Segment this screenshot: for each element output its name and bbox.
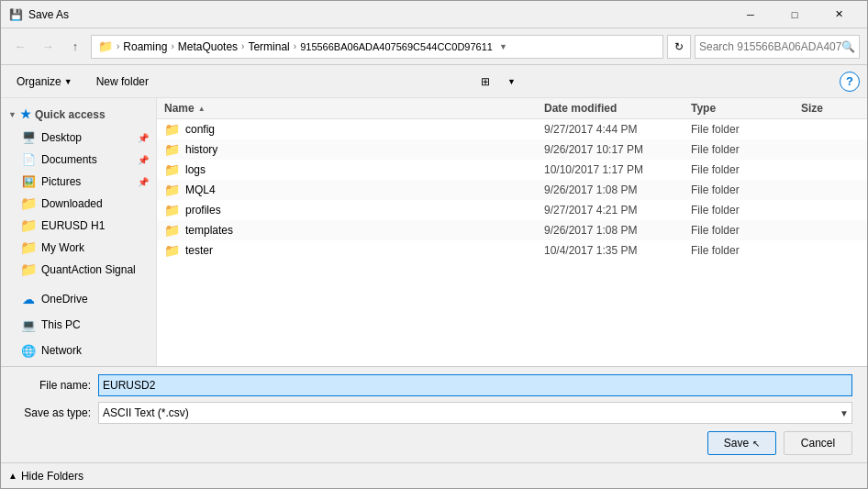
file-name-cell: 📁 history xyxy=(157,142,537,157)
table-row[interactable]: 📁 config 9/27/2017 4:44 PM File folder xyxy=(157,119,867,139)
file-name-cell: 📁 profiles xyxy=(157,203,537,217)
hide-folders-bar[interactable]: ▲ Hide Folders xyxy=(1,462,867,488)
table-row[interactable]: 📁 MQL4 9/26/2017 1:08 PM File folder xyxy=(157,180,867,200)
column-header-name[interactable]: Name ▲ xyxy=(157,102,537,115)
title-bar-controls: ─ □ ✕ xyxy=(729,1,860,28)
file-type-cell: File folder xyxy=(684,204,794,217)
sort-arrow-icon: ▲ xyxy=(198,105,206,113)
save-cursor-icon: ↖ xyxy=(752,439,760,449)
file-list: Name ▲ Date modified Type Size 📁 config xyxy=(157,98,867,366)
column-header-type[interactable]: Type xyxy=(684,102,794,115)
address-bar: ← → ↑ 📁 › Roaming › MetaQuotes › Termina… xyxy=(1,28,867,65)
view-dropdown-button[interactable]: ▼ xyxy=(499,70,524,94)
save-as-type-select[interactable]: ASCII Text (*.csv) CSV (*.csv) Text (*.t… xyxy=(98,402,852,424)
refresh-button[interactable]: ↻ xyxy=(667,35,691,59)
file-date-cell: 10/10/2017 1:17 PM xyxy=(537,163,684,176)
back-button[interactable]: ← xyxy=(8,35,32,59)
pin-icon-docs: 📌 xyxy=(138,155,149,165)
main-content: ▼ ★ Quick access 🖥️ Desktop 📌 📄 Document… xyxy=(1,98,867,366)
pin-icon-pics: 📌 xyxy=(138,177,149,187)
file-type-cell: File folder xyxy=(684,244,794,257)
sidebar-item-desktop[interactable]: 🖥️ Desktop 📌 xyxy=(1,127,156,149)
path-segment-terminal[interactable]: Terminal xyxy=(245,36,292,58)
hide-folders-chevron-icon: ▲ xyxy=(8,471,17,481)
folder-icon: 📁 xyxy=(164,142,180,157)
file-date-cell: 10/4/2017 1:35 PM xyxy=(537,244,684,257)
title-bar-icon: 💾 xyxy=(8,7,23,22)
view-icon: ⊞ xyxy=(481,75,490,88)
save-as-type-row: Save as type: ASCII Text (*.csv) CSV (*.… xyxy=(16,402,852,424)
file-name-cell: 📁 MQL4 xyxy=(157,183,537,197)
file-name-cell: 📁 config xyxy=(157,122,537,137)
view-button[interactable]: ⊞ xyxy=(473,70,498,94)
sidebar-item-this-pc[interactable]: 💻 This PC xyxy=(1,314,156,336)
file-name-text: templates xyxy=(185,224,233,237)
sidebar-item-documents[interactable]: 📄 Documents 📌 xyxy=(1,149,156,171)
file-date-cell: 9/27/2017 4:21 PM xyxy=(537,204,684,217)
sidebar-item-eurusd-h1[interactable]: 📁 EURUSD H1 xyxy=(1,215,156,237)
file-name-text: tester xyxy=(185,244,213,257)
path-segment-hash[interactable]: 915566BA06ADA407569C544CC0D97611 xyxy=(297,36,495,58)
file-rows-container: 📁 config 9/27/2017 4:44 PM File folder 📁… xyxy=(157,119,867,261)
folder-icon: 📁 xyxy=(164,162,180,177)
path-segment-roaming[interactable]: Roaming xyxy=(120,36,170,58)
file-name-text: history xyxy=(185,143,217,156)
minimize-button[interactable]: ─ xyxy=(729,1,772,28)
save-as-type-wrapper: ASCII Text (*.csv) CSV (*.csv) Text (*.t… xyxy=(98,402,852,424)
file-type-cell: File folder xyxy=(684,224,794,237)
new-folder-button[interactable]: New folder xyxy=(88,70,157,94)
up-button[interactable]: ↑ xyxy=(63,35,87,59)
pictures-icon: 🖼️ xyxy=(21,174,36,189)
desktop-icon: 🖥️ xyxy=(21,130,36,145)
help-button[interactable]: ? xyxy=(840,72,860,92)
table-row[interactable]: 📁 history 9/26/2017 10:17 PM File folder xyxy=(157,139,867,160)
quick-access-chevron-icon: ▼ xyxy=(8,110,17,119)
file-name-input[interactable] xyxy=(98,374,852,396)
save-button[interactable]: Save ↖ xyxy=(707,431,776,455)
downloaded-folder-icon: 📁 xyxy=(21,196,36,211)
folder-icon: 📁 xyxy=(164,203,180,217)
table-row[interactable]: 📁 logs 10/10/2017 1:17 PM File folder xyxy=(157,160,867,180)
file-name-text: MQL4 xyxy=(185,183,216,196)
table-row[interactable]: 📁 tester 10/4/2017 1:35 PM File folder xyxy=(157,240,867,261)
file-name-text: profiles xyxy=(185,204,221,217)
sidebar-item-network[interactable]: 🌐 Network xyxy=(1,339,156,361)
view-controls: ⊞ ▼ xyxy=(473,70,524,94)
quick-access-header[interactable]: ▼ ★ Quick access xyxy=(1,102,156,127)
forward-button[interactable]: → xyxy=(36,35,60,59)
table-row[interactable]: 📁 profiles 9/27/2017 4:21 PM File folder xyxy=(157,200,867,220)
sidebar-item-quantaction[interactable]: 📁 QuantAction Signal xyxy=(1,259,156,281)
maximize-button[interactable]: □ xyxy=(773,1,816,28)
sidebar-item-downloaded[interactable]: 📁 Downloaded xyxy=(1,193,156,215)
path-segment-folder-icon[interactable]: 📁 xyxy=(95,36,116,58)
quantaction-folder-icon: 📁 xyxy=(21,262,36,277)
file-type-cell: File folder xyxy=(684,123,794,136)
path-dropdown-arrow[interactable]: ▼ xyxy=(499,42,507,51)
mywork-folder-icon: 📁 xyxy=(21,240,36,255)
title-bar: 💾 Save As ─ □ ✕ xyxy=(1,1,867,28)
cancel-button[interactable]: Cancel xyxy=(784,431,852,455)
network-icon: 🌐 xyxy=(21,343,36,358)
file-type-cell: File folder xyxy=(684,183,794,196)
folder-icon: 📁 xyxy=(164,183,180,197)
organize-button[interactable]: Organize ▼ xyxy=(8,70,81,94)
search-input[interactable] xyxy=(699,40,841,53)
sidebar-item-pictures[interactable]: 🖼️ Pictures 📌 xyxy=(1,171,156,193)
file-name-text: config xyxy=(185,123,215,136)
sidebar: ▼ ★ Quick access 🖥️ Desktop 📌 📄 Document… xyxy=(1,98,157,366)
view-dropdown-arrow: ▼ xyxy=(507,77,516,86)
sidebar-item-my-work[interactable]: 📁 My Work xyxy=(1,237,156,259)
file-name-cell: 📁 templates xyxy=(157,223,537,238)
organize-chevron-icon: ▼ xyxy=(64,77,72,86)
close-button[interactable]: ✕ xyxy=(818,1,860,28)
column-header-date[interactable]: Date modified xyxy=(537,102,684,115)
table-row[interactable]: 📁 templates 9/26/2017 1:08 PM File folde… xyxy=(157,220,867,240)
address-path: 📁 › Roaming › MetaQuotes › Terminal › 91… xyxy=(91,35,663,59)
pin-icon: 📌 xyxy=(138,133,149,143)
title-bar-title: Save As xyxy=(28,8,729,21)
path-segment-metaquotes[interactable]: MetaQuotes xyxy=(175,36,240,58)
sidebar-item-onedrive[interactable]: ☁ OneDrive xyxy=(1,288,156,310)
folder-icon: 📁 xyxy=(164,122,180,137)
column-header-size[interactable]: Size xyxy=(794,102,867,115)
onedrive-icon: ☁ xyxy=(21,292,36,306)
